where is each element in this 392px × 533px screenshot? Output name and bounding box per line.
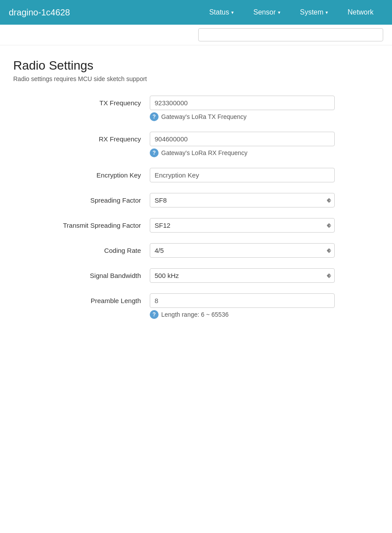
spreading-factor-select[interactable]: SF7 SF8 SF9 SF10 SF11 SF12: [150, 193, 335, 207]
preamble-length-field: ? Length range: 6 ~ 65536: [150, 293, 379, 319]
encryption-key-field: [150, 168, 379, 182]
encryption-key-row: Encryption Key: [13, 168, 379, 182]
encryption-key-input[interactable]: [150, 168, 335, 182]
transmit-spreading-factor-select-wrapper: SF7 SF8 SF9 SF10 SF11 SF12: [150, 218, 335, 233]
preamble-length-input[interactable]: [150, 293, 335, 308]
spreading-factor-row: Spreading Factor SF7 SF8 SF9 SF10 SF11 S…: [13, 193, 379, 207]
rx-frequency-row: RX Frequency ? Gateway's LoRa RX Frequen…: [13, 132, 379, 157]
transmit-spreading-factor-select[interactable]: SF7 SF8 SF9 SF10 SF11 SF12: [150, 218, 335, 233]
coding-rate-label: Coding Rate: [13, 243, 150, 254]
top-partial-row: [0, 25, 392, 45]
navbar-brand[interactable]: dragino-1c4628: [9, 7, 70, 18]
rx-frequency-hint-text: Gateway's LoRa RX Frequency: [161, 149, 248, 156]
signal-bandwidth-label: Signal Bandwidth: [13, 268, 150, 279]
nav-item-status[interactable]: Status ▾: [200, 0, 244, 25]
signal-bandwidth-select-wrapper: 125 kHz 250 kHz 500 kHz: [150, 268, 335, 283]
section-subtitle: Radio settings requires MCU side sketch …: [13, 75, 379, 82]
signal-bandwidth-row: Signal Bandwidth 125 kHz 250 kHz 500 kHz: [13, 268, 379, 283]
rx-frequency-hint: ? Gateway's LoRa RX Frequency: [150, 148, 379, 157]
coding-rate-select-wrapper: 4/5 4/6 4/7 4/8: [150, 243, 335, 258]
transmit-spreading-factor-field: SF7 SF8 SF9 SF10 SF11 SF12: [150, 218, 379, 233]
nav-label-system: System: [300, 8, 323, 16]
preamble-length-label: Preamble Length: [13, 293, 150, 304]
section-title: Radio Settings: [13, 59, 379, 73]
rx-frequency-label: RX Frequency: [13, 132, 150, 143]
preamble-length-row: Preamble Length ? Length range: 6 ~ 6553…: [13, 293, 379, 319]
transmit-spreading-factor-label: Transmit Spreading Factor: [13, 218, 150, 229]
tx-frequency-label: TX Frequency: [13, 96, 150, 107]
nav-label-sensor: Sensor: [253, 8, 276, 16]
transmit-spreading-factor-row: Transmit Spreading Factor SF7 SF8 SF9 SF…: [13, 218, 379, 233]
rx-frequency-input[interactable]: [150, 132, 335, 146]
nav-item-sensor[interactable]: Sensor ▾: [244, 0, 290, 25]
spreading-factor-field: SF7 SF8 SF9 SF10 SF11 SF12: [150, 193, 379, 207]
rx-frequency-help-icon: ?: [150, 148, 159, 157]
spreading-factor-select-wrapper: SF7 SF8 SF9 SF10 SF11 SF12: [150, 193, 335, 207]
coding-rate-row: Coding Rate 4/5 4/6 4/7 4/8: [13, 243, 379, 258]
preamble-length-help-icon: ?: [150, 310, 159, 319]
nav-label-status: Status: [209, 8, 229, 16]
sensor-caret-icon: ▾: [278, 10, 281, 15]
system-caret-icon: ▾: [325, 10, 328, 15]
nav-menu: Status ▾ Sensor ▾ System ▾ Network: [200, 0, 383, 25]
spreading-factor-label: Spreading Factor: [13, 193, 150, 204]
main-content: Radio Settings Radio settings requires M…: [0, 45, 392, 347]
tx-frequency-row: TX Frequency ? Gateway's LoRa TX Frequen…: [13, 96, 379, 121]
preamble-length-hint: ? Length range: 6 ~ 65536: [150, 310, 379, 319]
encryption-key-label: Encryption Key: [13, 168, 150, 179]
preamble-length-hint-text: Length range: 6 ~ 65536: [161, 311, 229, 318]
tx-frequency-hint: ? Gateway's LoRa TX Frequency: [150, 112, 379, 121]
nav-label-network: Network: [348, 8, 374, 16]
top-input[interactable]: [198, 28, 383, 41]
coding-rate-field: 4/5 4/6 4/7 4/8: [150, 243, 379, 258]
tx-frequency-field: ? Gateway's LoRa TX Frequency: [150, 96, 379, 121]
tx-frequency-help-icon: ?: [150, 112, 159, 121]
status-caret-icon: ▾: [231, 10, 234, 15]
signal-bandwidth-field: 125 kHz 250 kHz 500 kHz: [150, 268, 379, 283]
signal-bandwidth-select[interactable]: 125 kHz 250 kHz 500 kHz: [150, 268, 335, 283]
tx-frequency-input[interactable]: [150, 96, 335, 110]
nav-item-system[interactable]: System ▾: [290, 0, 338, 25]
nav-item-network[interactable]: Network: [338, 0, 383, 25]
navbar: dragino-1c4628 Status ▾ Sensor ▾ System …: [0, 0, 392, 25]
coding-rate-select[interactable]: 4/5 4/6 4/7 4/8: [150, 243, 335, 258]
tx-frequency-hint-text: Gateway's LoRa TX Frequency: [161, 113, 247, 120]
rx-frequency-field: ? Gateway's LoRa RX Frequency: [150, 132, 379, 157]
